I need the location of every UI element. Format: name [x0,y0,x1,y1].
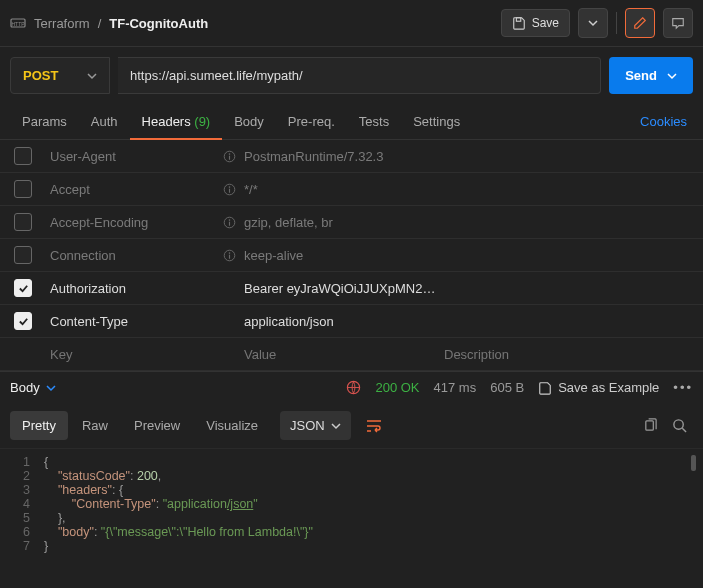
response-tab-visualize[interactable]: Visualize [194,411,270,440]
search-response-button[interactable] [666,412,693,439]
header-value[interactable]: application/json [244,314,444,329]
header-row[interactable]: AuthorizationBearer eyJraWQiOiJJUXpMN2p… [0,272,703,305]
header-checkbox[interactable] [14,180,32,198]
save-example-label: Save as Example [558,380,659,395]
tab-auth[interactable]: Auth [79,104,130,139]
header-checkbox[interactable] [14,147,32,165]
send-button[interactable]: Send [609,57,693,94]
header-key[interactable]: Authorization [50,281,126,296]
method-label: POST [23,68,58,83]
svg-rect-5 [229,155,230,159]
header-row-new[interactable] [0,338,703,371]
cookies-link[interactable]: Cookies [634,104,693,139]
header-value: PostmanRuntime/7.32.3 [244,149,444,164]
response-format-select[interactable]: JSON [280,411,351,440]
breadcrumb-sep: / [98,16,102,31]
header-row[interactable]: Accept*/* [0,173,703,206]
save-icon [538,381,552,395]
header-checkbox[interactable] [14,312,32,330]
info-icon [223,249,236,262]
header-key: Connection [50,248,116,263]
header-value: */* [244,182,444,197]
new-header-desc[interactable] [444,347,703,362]
status-size: 605 B [490,380,524,395]
breadcrumb: HTTP Terraform / TF-CognitoAuth [10,15,493,31]
status-time: 417 ms [434,380,477,395]
header-row[interactable]: User-AgentPostmanRuntime/7.32.3 [0,140,703,173]
url-input[interactable] [118,57,601,94]
tab-params[interactable]: Params [10,104,79,139]
header-row[interactable]: Content-Typeapplication/json [0,305,703,338]
copy-response-button[interactable] [637,412,664,439]
svg-rect-16 [646,421,654,430]
edit-button[interactable] [625,8,655,38]
new-header-key[interactable] [50,347,236,362]
code-line: 2 "statusCode": 200, [0,469,703,483]
tab-prereq[interactable]: Pre-req. [276,104,347,139]
svg-rect-11 [229,221,230,225]
headers-table: User-AgentPostmanRuntime/7.32.3Accept*/*… [0,140,703,371]
save-button[interactable]: Save [501,9,570,37]
svg-rect-14 [229,254,230,258]
headers-count: (9) [194,114,210,129]
response-tab-preview[interactable]: Preview [122,411,192,440]
header-value: gzip, deflate, br [244,215,444,230]
header-key: Accept-Encoding [50,215,148,230]
svg-point-7 [229,186,231,188]
chevron-down-icon [667,71,677,81]
header-value[interactable]: Bearer eyJraWQiOiJJUXpMN2p… [244,281,444,296]
svg-rect-8 [229,188,230,192]
save-icon [512,16,526,30]
svg-point-17 [674,420,683,429]
tab-settings[interactable]: Settings [401,104,472,139]
new-header-value[interactable] [244,347,436,362]
response-tab-pretty[interactable]: Pretty [10,411,68,440]
svg-rect-2 [516,18,520,22]
save-dropdown[interactable] [578,8,608,38]
header-key[interactable]: Content-Type [50,314,128,329]
workspace-name[interactable]: Terraform [34,16,90,31]
tab-headers-label: Headers [142,114,191,129]
svg-point-10 [229,219,231,221]
chevron-down-icon [588,18,598,28]
tab-tests[interactable]: Tests [347,104,401,139]
code-line: 4 "Content-Type": "application/json" [0,497,703,511]
header-row[interactable]: Accept-Encodinggzip, deflate, br [0,206,703,239]
header-value: keep-alive [244,248,444,263]
status-code: 200 OK [375,380,419,395]
request-title[interactable]: TF-CognitoAuth [109,16,208,31]
save-label: Save [532,16,559,30]
info-icon [223,150,236,163]
chevron-down-icon [46,383,56,393]
wrap-lines-button[interactable] [359,412,389,440]
response-tab-raw[interactable]: Raw [70,411,120,440]
pencil-icon [633,16,647,30]
save-as-example[interactable]: Save as Example [538,380,659,395]
format-label: JSON [290,418,325,433]
info-icon [223,183,236,196]
header-key: Accept [50,182,90,197]
code-line: 5 }, [0,511,703,525]
header-row[interactable]: Connectionkeep-alive [0,239,703,272]
svg-text:HTTP: HTTP [11,21,25,27]
code-line: 6 "body": "{\"message\":\"Hello from Lam… [0,525,703,539]
tab-body[interactable]: Body [222,104,276,139]
method-select[interactable]: POST [10,57,110,94]
response-more-icon[interactable]: ••• [673,380,693,395]
comment-icon [671,16,685,30]
code-line: 3 "headers": { [0,483,703,497]
header-checkbox[interactable] [14,213,32,231]
network-icon[interactable] [346,380,361,395]
header-checkbox[interactable] [14,246,32,264]
copy-icon [643,418,658,433]
tab-headers[interactable]: Headers (9) [130,104,223,139]
svg-point-4 [229,153,231,155]
comments-button[interactable] [663,8,693,38]
info-icon [223,216,236,229]
header-key: User-Agent [50,149,116,164]
header-checkbox[interactable] [14,279,32,297]
chevron-down-icon [331,421,341,431]
scroll-indicator[interactable] [691,455,696,471]
response-body-dropdown[interactable]: Body [10,380,56,395]
response-code[interactable]: 1{2 "statusCode": 200,3 "headers": {4 "C… [0,449,703,559]
